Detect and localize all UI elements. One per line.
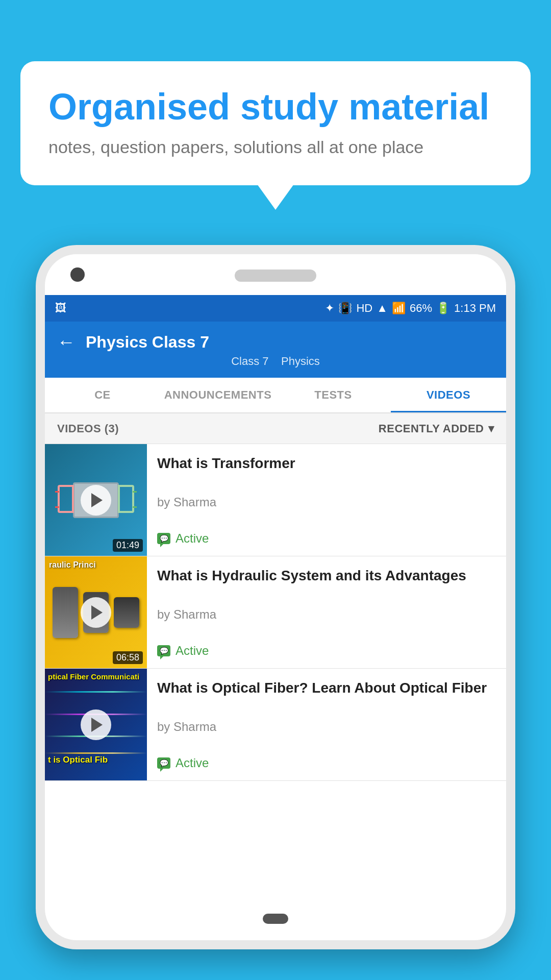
chat-icon-3: 💬 <box>157 757 170 769</box>
wire-2 <box>55 506 59 508</box>
wire-3 <box>133 491 137 493</box>
videos-header: VIDEOS (3) RECENTLY ADDED ▾ <box>45 413 506 444</box>
home-button[interactable] <box>263 914 288 924</box>
play-icon-2 <box>91 605 103 620</box>
app-bar-row: ← Physics Class 7 <box>57 331 494 353</box>
signal-icon: 📶 <box>392 302 406 315</box>
phone-inner: 🖼 ✦ 📳 HD ▲ 📶 66% 🔋 1:13 PM ← Physics C <box>45 254 506 940</box>
tabs-bar: CE ANNOUNCEMENTS TESTS VIDEOS <box>45 378 506 413</box>
play-icon-3 <box>91 718 103 732</box>
duration-1: 01:49 <box>113 539 143 552</box>
app-bar-subtitle: Class 7 Physics <box>57 355 494 368</box>
camera <box>70 267 85 282</box>
app-bar-title: Physics Class 7 <box>86 333 209 352</box>
wire-1 <box>55 491 59 493</box>
class-label: Class 7 <box>231 355 268 368</box>
cylinder-1 <box>53 587 78 638</box>
wire-4 <box>133 506 137 508</box>
sort-button[interactable]: RECENTLY ADDED ▾ <box>379 422 494 435</box>
tab-announcements[interactable]: ANNOUNCEMENTS <box>160 378 276 412</box>
status-bar: 🖼 ✦ 📳 HD ▲ 📶 66% 🔋 1:13 PM <box>45 295 506 322</box>
back-button[interactable]: ← <box>57 331 76 353</box>
video-info-3: What is Optical Fiber? Learn About Optic… <box>147 669 506 780</box>
videos-count: VIDEOS (3) <box>57 422 119 435</box>
video-author-2: by Sharma <box>157 607 496 622</box>
bubble-title: Organised study material <box>48 87 503 127</box>
video-status-1: 💬 Active <box>157 531 496 546</box>
speaker <box>235 270 316 282</box>
status-label-3: Active <box>176 756 209 770</box>
video-item-optical[interactable]: ptical Fiber Communicati t is Optical Fi… <box>45 669 506 781</box>
cylinder-3 <box>114 597 139 628</box>
chat-icon-1: 💬 <box>157 533 170 544</box>
tab-tests[interactable]: TESTS <box>276 378 391 412</box>
chat-icon-2: 💬 <box>157 645 170 656</box>
duration-2: 06:58 <box>113 651 143 664</box>
bubble-subtitle: notes, question papers, solutions all at… <box>48 137 503 157</box>
video-status-3: 💬 Active <box>157 756 496 770</box>
status-label-1: Active <box>176 531 209 546</box>
status-right: ✦ 📳 HD ▲ 📶 66% 🔋 1:13 PM <box>325 302 496 315</box>
video-title-1: What is Transformer <box>157 454 496 473</box>
coil-left <box>58 485 74 513</box>
video-thumb-2: raulic Princi 06:58 <box>45 556 147 668</box>
status-label-2: Active <box>176 644 209 658</box>
video-thumb-1: 01:49 <box>45 444 147 556</box>
speech-bubble: Organised study material notes, question… <box>20 61 531 185</box>
battery-percent: 66% <box>410 302 432 315</box>
sort-label: RECENTLY ADDED <box>379 422 484 435</box>
coil-right <box>118 485 134 513</box>
video-info-1: What is Transformer by Sharma 💬 Active <box>147 444 506 556</box>
beam-1 <box>45 691 147 693</box>
video-status-2: 💬 Active <box>157 644 496 658</box>
video-info-2: What is Hydraulic System and its Advanta… <box>147 556 506 668</box>
play-button-1[interactable] <box>81 485 111 516</box>
subject-label: Physics <box>281 355 320 368</box>
play-button-3[interactable] <box>81 709 111 740</box>
tab-videos[interactable]: VIDEOS <box>391 378 506 412</box>
beam-4 <box>45 752 147 754</box>
phone-frame: 🖼 ✦ 📳 HD ▲ 📶 66% 🔋 1:13 PM ← Physics C <box>36 245 515 949</box>
play-button-2[interactable] <box>81 597 111 628</box>
hydraulic-label: raulic Princi <box>49 560 143 570</box>
optical-label-top: ptical Fiber Communicati <box>48 672 144 682</box>
optical-label-bottom: t is Optical Fib <box>48 755 144 765</box>
video-item-transformer[interactable]: 01:49 What is Transformer by Sharma 💬 Ac… <box>45 444 506 556</box>
app-bar: ← Physics Class 7 Class 7 Physics <box>45 322 506 378</box>
time: 1:13 PM <box>454 302 496 315</box>
sort-chevron-icon: ▾ <box>488 422 494 435</box>
video-title-2: What is Hydraulic System and its Advanta… <box>157 567 496 585</box>
video-author-1: by Sharma <box>157 495 496 509</box>
video-thumb-3: ptical Fiber Communicati t is Optical Fi… <box>45 669 147 780</box>
hd-badge: HD <box>356 302 372 315</box>
play-icon-1 <box>91 493 103 507</box>
tab-ce[interactable]: CE <box>45 378 160 412</box>
wifi-icon: ▲ <box>377 302 388 315</box>
status-left: 🖼 <box>55 302 66 315</box>
video-title-3: What is Optical Fiber? Learn About Optic… <box>157 679 496 697</box>
battery-icon: 🔋 <box>436 302 450 315</box>
video-item-hydraulic[interactable]: raulic Princi 06:58 What is Hydraulic Sy… <box>45 556 506 669</box>
photo-icon: 🖼 <box>55 302 66 315</box>
bluetooth-icon: ✦ <box>325 302 334 315</box>
video-author-3: by Sharma <box>157 720 496 734</box>
vibrate-icon: 📳 <box>338 302 352 315</box>
screen: 🖼 ✦ 📳 HD ▲ 📶 66% 🔋 1:13 PM ← Physics C <box>45 295 506 910</box>
